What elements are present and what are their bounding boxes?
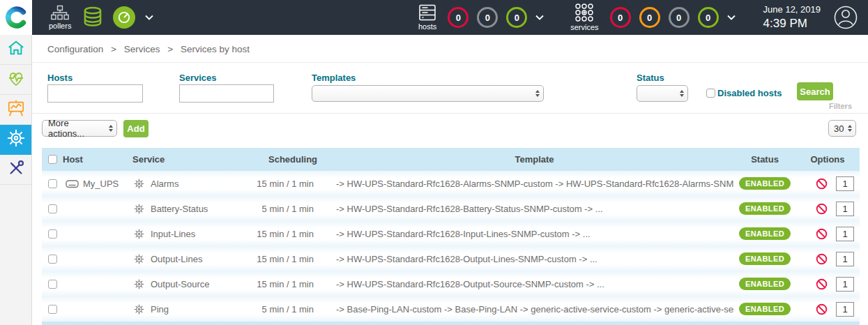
service-name[interactable]: Output-Lines [151, 254, 202, 264]
hosts-icon [418, 4, 436, 21]
row-checkbox[interactable] [48, 305, 57, 314]
status-filter-select[interactable] [637, 85, 688, 102]
main-content: Configuration > Services > Services by h… [32, 35, 868, 325]
hosts-menu-chevron[interactable] [535, 15, 544, 20]
more-actions-select[interactable]: More actions... [42, 120, 117, 137]
user-icon [833, 5, 858, 30]
services-menu-chevron[interactable] [727, 15, 736, 20]
centreon-logo-icon [5, 6, 27, 29]
col-host: Host [63, 154, 132, 165]
duplicate-count-input[interactable] [836, 302, 854, 317]
disable-icon[interactable] [816, 303, 828, 315]
service-gear-icon [134, 229, 144, 239]
scheduling-value: 15 min / 1 min [254, 279, 335, 289]
hosts-filter-label: Hosts [47, 73, 73, 83]
disabled-hosts-checkbox-row[interactable]: Disabled hosts [706, 88, 782, 98]
service-name[interactable]: Ping [151, 304, 169, 315]
latency-status[interactable] [113, 6, 135, 29]
services-filter-label: Services [179, 73, 217, 83]
top-header: pollers [0, 0, 868, 35]
gauge-icon [117, 10, 131, 24]
filters-caption: Filters [829, 102, 852, 110]
services-filter-input[interactable] [179, 84, 274, 103]
status-badge: ENABLED [739, 202, 791, 215]
hosts-up-badge[interactable]: 0 [506, 7, 527, 28]
services-ok-badge[interactable]: 0 [698, 7, 719, 28]
centreon-logo[interactable] [0, 0, 32, 35]
more-actions-value: More actions... [48, 118, 104, 139]
service-name[interactable]: Input-Lines [151, 229, 195, 239]
templates-filter-label: Templates [312, 73, 356, 83]
pollers-status[interactable]: pollers [49, 5, 71, 30]
duplicate-count-input[interactable] [836, 227, 854, 241]
select-arrows-icon [109, 125, 113, 132]
status-badge: ENABLED [739, 252, 791, 265]
database-status[interactable] [82, 6, 103, 29]
scheduling-value: 15 min / 1 min [254, 229, 335, 239]
sidebar-item-configuration[interactable] [0, 125, 31, 155]
pollers-label: pollers [49, 22, 71, 30]
current-time: 4:39 PM [763, 16, 821, 31]
row-checkbox[interactable] [48, 280, 57, 289]
disable-icon[interactable] [816, 178, 828, 190]
wrench-screwdriver-icon [7, 159, 25, 180]
select-all-checkbox[interactable] [48, 155, 57, 164]
sidebar-item-monitoring[interactable] [0, 65, 31, 95]
row-checkbox[interactable] [48, 179, 57, 188]
scheduling-value: 15 min / 1 min [254, 254, 335, 264]
table-row: Output-Lines 15 min / 1 min -> HW-UPS-St… [42, 246, 860, 271]
clock: June 12, 2019 4:39 PM [763, 4, 821, 31]
sidebar-item-reporting[interactable] [0, 95, 31, 125]
services-critical-badge[interactable]: 0 [610, 7, 631, 28]
template-chain: -> HW-UPS-Standard-Rfc1628-Output-Lines-… [335, 254, 734, 264]
row-checkbox[interactable] [48, 255, 57, 264]
poller-menu-chevron[interactable] [145, 15, 153, 20]
service-name[interactable]: Alarms [151, 179, 178, 189]
current-date: June 12, 2019 [763, 4, 821, 15]
sidebar-item-home[interactable] [0, 35, 31, 65]
row-checkbox[interactable] [48, 204, 57, 213]
breadcrumb-configuration[interactable]: Configuration [47, 44, 103, 54]
disable-icon[interactable] [816, 228, 828, 240]
disabled-hosts-checkbox[interactable] [706, 89, 715, 98]
search-button[interactable]: Search [797, 82, 833, 100]
page-size-select[interactable]: 30 [828, 120, 856, 137]
service-name[interactable]: Battery-Status [151, 204, 208, 214]
breadcrumb-separator: > [167, 44, 173, 54]
template-chain: -> HW-UPS-Standard-Rfc1628-Output-Source… [335, 279, 734, 289]
services-status[interactable]: services [570, 3, 598, 31]
status-badge: ENABLED [739, 278, 791, 290]
duplicate-count-input[interactable] [836, 202, 854, 216]
hosts-down-badge[interactable]: 0 [448, 7, 469, 28]
host-name[interactable]: My_UPS [83, 179, 119, 189]
add-button[interactable]: Add [123, 120, 149, 137]
table-row: Ping 5 min / 1 min -> Base-Ping-LAN-cust… [42, 296, 860, 322]
table-row: My_UPS Alarms 15 min / 1 min -> HW-UPS-S… [42, 171, 860, 196]
disable-icon[interactable] [816, 203, 828, 215]
duplicate-count-input[interactable] [836, 176, 854, 191]
duplicate-count-input[interactable] [836, 252, 854, 266]
col-options: Options [795, 154, 860, 165]
services-warning-badge[interactable]: 0 [639, 7, 660, 28]
service-name[interactable]: Output-Source [151, 279, 210, 289]
hosts-status[interactable]: hosts [418, 4, 436, 31]
templates-filter-select[interactable] [312, 85, 544, 102]
status-badge: ENABLED [739, 227, 791, 240]
user-menu[interactable] [833, 5, 858, 30]
hosts-filter-input[interactable] [47, 84, 143, 103]
template-chain: -> Base-Ping-LAN-custom -> Base-Ping-LAN… [335, 304, 734, 315]
disable-icon[interactable] [816, 253, 828, 265]
hosts-unreachable-badge[interactable]: 0 [477, 7, 498, 28]
hosts-label: hosts [418, 23, 436, 31]
sidebar-item-administration[interactable] [0, 155, 31, 185]
duplicate-count-input[interactable] [836, 277, 854, 292]
breadcrumb-services[interactable]: Services [124, 44, 160, 54]
chevron-down-icon [535, 15, 544, 20]
disable-icon[interactable] [816, 278, 828, 290]
host-icon [66, 179, 79, 189]
services-unknown-badge[interactable]: 0 [669, 7, 690, 28]
status-badge: ENABLED [739, 303, 791, 315]
chevron-down-icon [145, 15, 153, 20]
row-checkbox[interactable] [48, 229, 57, 239]
service-gear-icon [134, 254, 144, 264]
